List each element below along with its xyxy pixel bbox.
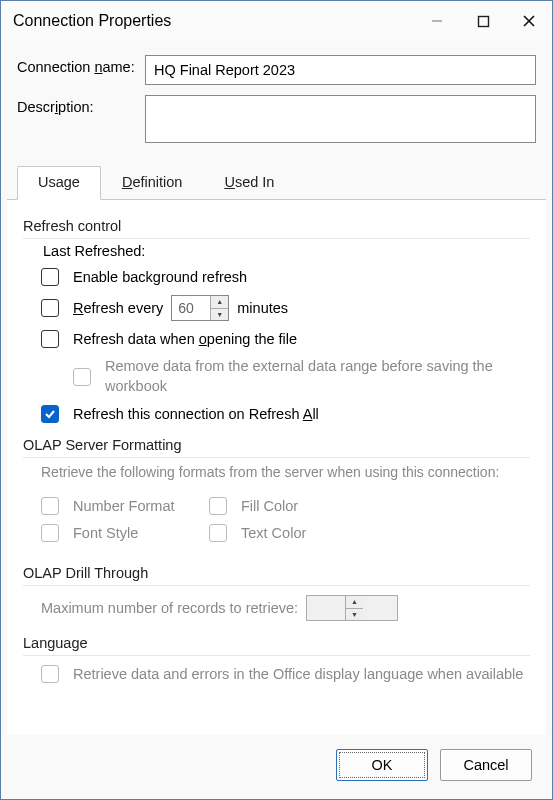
description-input[interactable] xyxy=(145,95,536,143)
language-checkbox xyxy=(41,665,59,683)
close-button[interactable] xyxy=(506,1,552,41)
svg-rect-1 xyxy=(478,16,488,26)
olap-drill-section: OLAP Drill Through Maximum number of rec… xyxy=(23,565,530,621)
ok-button[interactable]: OK xyxy=(336,749,428,781)
usage-pane: Refresh control Last Refreshed: Enable b… xyxy=(7,199,546,735)
refresh-control-section: Refresh control Last Refreshed: Enable b… xyxy=(23,218,530,423)
number-format-checkbox xyxy=(41,497,59,515)
minimize-button[interactable] xyxy=(414,1,460,41)
tab-definition[interactable]: Definition xyxy=(101,166,203,200)
tab-strip: Usage Definition Used In xyxy=(1,165,552,199)
description-label: Description: xyxy=(17,95,145,115)
text-color-checkbox xyxy=(209,524,227,542)
refresh-all-checkbox[interactable] xyxy=(41,405,59,423)
refresh-on-open-label: Refresh data when opening the file xyxy=(73,331,297,347)
enable-background-refresh-checkbox[interactable] xyxy=(41,268,59,286)
connection-name-input[interactable] xyxy=(145,55,536,85)
refresh-all-label: Refresh this connection on Refresh All xyxy=(73,406,319,422)
titlebar: Connection Properties xyxy=(1,1,552,41)
form-header: Connection name: Description: xyxy=(1,41,552,159)
max-records-spinner: ▲ ▼ xyxy=(306,595,398,621)
olap-formatting-section: OLAP Server Formatting Retrieve the foll… xyxy=(23,437,530,551)
max-records-input xyxy=(307,596,345,620)
maximize-button[interactable] xyxy=(460,1,506,41)
enable-background-refresh-label: Enable background refresh xyxy=(73,269,247,285)
interval-up-icon[interactable]: ▲ xyxy=(211,296,228,309)
fill-color-checkbox xyxy=(209,497,227,515)
max-records-label: Maximum number of records to retrieve: xyxy=(41,600,298,616)
tab-used-in[interactable]: Used In xyxy=(203,166,295,200)
interval-down-icon[interactable]: ▼ xyxy=(211,309,228,321)
fill-color-label: Fill Color xyxy=(241,498,298,514)
language-section: Language Retrieve data and errors in the… xyxy=(23,635,530,683)
font-style-label: Font Style xyxy=(73,525,138,541)
minutes-label: minutes xyxy=(237,300,288,316)
font-style-checkbox xyxy=(41,524,59,542)
refresh-every-checkbox[interactable] xyxy=(41,299,59,317)
window-title: Connection Properties xyxy=(13,12,414,30)
olap-formatting-title: OLAP Server Formatting xyxy=(23,437,530,458)
text-color-label: Text Color xyxy=(241,525,306,541)
last-refreshed-label: Last Refreshed: xyxy=(41,243,530,259)
refresh-interval-input[interactable] xyxy=(172,296,210,320)
connection-name-label: Connection name: xyxy=(17,55,145,75)
remove-data-label: Remove data from the external data range… xyxy=(105,357,530,396)
refresh-interval-spinner[interactable]: ▲ ▼ xyxy=(171,295,229,321)
language-title: Language xyxy=(23,635,530,656)
max-records-down-icon: ▼ xyxy=(346,609,363,621)
dialog-footer: OK Cancel xyxy=(1,735,552,799)
number-format-label: Number Format xyxy=(73,498,175,514)
max-records-up-icon: ▲ xyxy=(346,596,363,609)
olap-formatting-hint: Retrieve the following formats from the … xyxy=(41,464,530,480)
remove-data-checkbox xyxy=(73,368,91,386)
tab-usage[interactable]: Usage xyxy=(17,166,101,200)
refresh-every-label: Refresh every xyxy=(73,300,163,316)
connection-properties-dialog: Connection Properties Connection name: D… xyxy=(0,0,553,800)
refresh-on-open-checkbox[interactable] xyxy=(41,330,59,348)
language-label: Retrieve data and errors in the Office d… xyxy=(73,666,523,682)
cancel-button[interactable]: Cancel xyxy=(440,749,532,781)
olap-drill-title: OLAP Drill Through xyxy=(23,565,530,586)
refresh-control-title: Refresh control xyxy=(23,218,530,239)
